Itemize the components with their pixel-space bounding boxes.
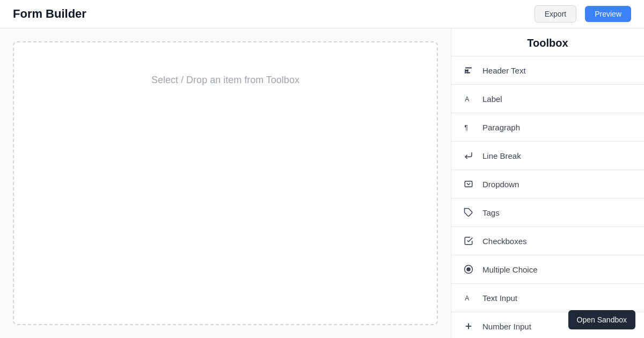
svg-text:¶: ¶: [465, 124, 468, 131]
toolbox-item-line-break[interactable]: Line Break: [451, 142, 644, 170]
app-title: Form Builder: [13, 7, 526, 21]
toolbox-item-label-number-input: Number Input: [482, 322, 531, 331]
header-text-icon: H: [462, 64, 475, 77]
toolbox-item-label[interactable]: ALabel: [451, 85, 644, 113]
toolbox-title: Toolbox: [451, 28, 644, 56]
toolbox-item-label-dropdown: Dropdown: [482, 180, 519, 189]
toolbox-item-label-line-break: Line Break: [482, 151, 521, 160]
toolbox-item-header-text[interactable]: HHeader Text: [451, 56, 644, 85]
toolbox-item-tags[interactable]: Tags: [451, 199, 644, 227]
toolbox-panel: Toolbox HHeader TextALabel¶ParagraphLine…: [451, 28, 644, 338]
toolbox-item-text-input[interactable]: AText Input: [451, 284, 644, 312]
toolbox-items-list: HHeader TextALabel¶ParagraphLine BreakDr…: [451, 56, 644, 338]
toolbox-item-dropdown[interactable]: Dropdown: [451, 170, 644, 199]
toolbox-item-checkboxes[interactable]: Checkboxes: [451, 227, 644, 255]
export-button[interactable]: Export: [535, 5, 576, 23]
toolbox-item-paragraph[interactable]: ¶Paragraph: [451, 113, 644, 142]
svg-text:H: H: [465, 68, 469, 75]
toolbox-item-label-text-input: Text Input: [482, 293, 517, 303]
svg-point-6: [467, 268, 470, 271]
svg-rect-3: [465, 181, 472, 187]
dropdown-icon: [462, 178, 475, 190]
line-break-icon: [462, 149, 475, 162]
main-layout: Select / Drop an item from Toolbox Toolb…: [0, 28, 644, 338]
checkboxes-icon: [462, 234, 475, 247]
toolbox-item-label-paragraph: Paragraph: [482, 123, 520, 132]
toolbox-item-label-multiple-choice: Multiple Choice: [482, 265, 538, 274]
number-input-icon: [462, 320, 475, 333]
canvas-area: Select / Drop an item from Toolbox: [0, 28, 451, 338]
app-header: Form Builder Export Preview: [0, 0, 644, 28]
svg-text:A: A: [465, 95, 469, 103]
open-sandbox-button[interactable]: Open Sandbox: [568, 310, 635, 329]
toolbox-item-label-checkboxes: Checkboxes: [482, 237, 527, 246]
paragraph-icon: ¶: [462, 121, 475, 134]
preview-button[interactable]: Preview: [585, 6, 631, 22]
toolbox-item-label-header-text: Header Text: [482, 66, 526, 75]
tags-icon: [462, 206, 475, 219]
toolbox-item-label-tags: Tags: [482, 208, 500, 217]
label-icon: A: [462, 92, 475, 105]
multiple-choice-icon: [462, 263, 475, 276]
text-input-icon: A: [462, 291, 475, 304]
svg-text:A: A: [465, 295, 469, 302]
toolbox-item-multiple-choice[interactable]: Multiple Choice: [451, 255, 644, 284]
drop-zone[interactable]: Select / Drop an item from Toolbox: [13, 41, 438, 325]
drop-zone-text: Select / Drop an item from Toolbox: [151, 75, 299, 86]
toolbox-item-label-label: Label: [482, 94, 502, 104]
